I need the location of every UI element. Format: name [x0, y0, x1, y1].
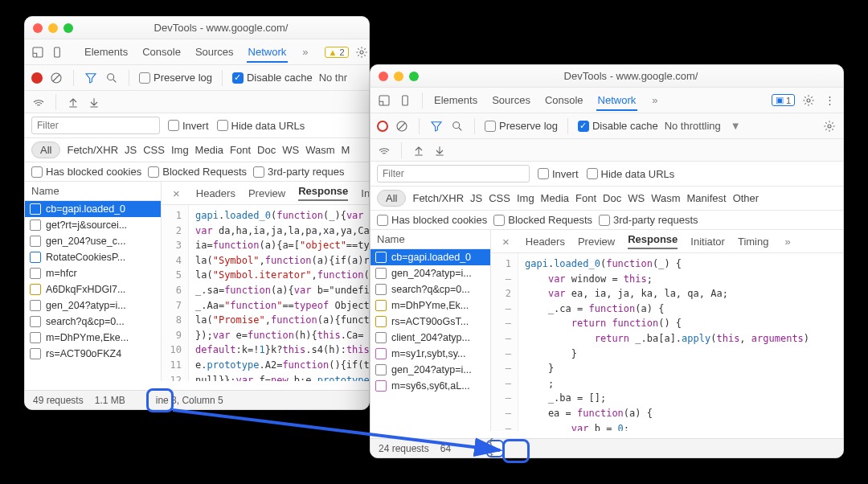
- request-row[interactable]: gen_204?atyp=i...: [25, 297, 161, 314]
- inspect-element-icon[interactable]: [31, 45, 44, 59]
- more-tabs-chevron-icon[interactable]: »: [299, 46, 311, 58]
- close-detail-icon[interactable]: ×: [499, 235, 513, 248]
- device-toggle-icon[interactable]: [51, 45, 63, 59]
- request-row[interactable]: gen_204?use_c...: [25, 233, 161, 249]
- upload-har-icon[interactable]: [411, 143, 426, 158]
- blocked-cookies-checkbox[interactable]: Has blocked cookies: [31, 166, 141, 178]
- titlebar[interactable]: DevTools - www.google.com/: [371, 65, 843, 88]
- tab-network[interactable]: Network: [247, 41, 289, 63]
- type-manifest[interactable]: M: [341, 144, 350, 156]
- preserve-log-checkbox[interactable]: Preserve log: [485, 120, 558, 132]
- record-button[interactable]: [31, 72, 43, 84]
- request-row[interactable]: rs=ACT90oGsT...: [371, 314, 490, 330]
- settings-gear-icon[interactable]: [355, 45, 368, 59]
- type-img[interactable]: Img: [171, 144, 189, 156]
- name-column-header[interactable]: Name: [377, 233, 405, 245]
- request-row[interactable]: RotateCookiesP...: [25, 249, 161, 265]
- type-doc[interactable]: Doc: [257, 144, 276, 156]
- inspect-element-icon[interactable]: [377, 93, 391, 108]
- request-row[interactable]: gen_204?atyp=i...: [371, 362, 490, 378]
- blocked-cookies-checkbox[interactable]: Has blocked cookies: [377, 214, 487, 226]
- request-row[interactable]: m=DhPYme,Eke...: [25, 330, 161, 346]
- detail-tab-initiator[interactable]: Initiator: [690, 236, 725, 248]
- filter-funnel-icon[interactable]: [429, 119, 444, 133]
- preserve-log-checkbox[interactable]: Preserve log: [139, 72, 212, 84]
- request-row[interactable]: get?rt=j&sourcei...: [25, 217, 161, 233]
- upload-har-icon[interactable]: [66, 95, 80, 109]
- type-ws[interactable]: WS: [282, 144, 299, 156]
- disable-cache-checkbox[interactable]: Disable cache: [232, 72, 313, 84]
- type-fetch[interactable]: Fetch/XHR: [412, 192, 464, 204]
- device-toggle-icon[interactable]: [398, 93, 412, 108]
- detail-tab-response[interactable]: Response: [298, 185, 348, 201]
- detail-tab-preview[interactable]: Preview: [578, 236, 615, 248]
- type-js[interactable]: JS: [125, 144, 137, 156]
- message-badge[interactable]: ▣1: [772, 94, 795, 106]
- request-row[interactable]: gen_204?atyp=i...: [371, 265, 490, 281]
- type-doc[interactable]: Doc: [603, 192, 621, 204]
- minimize-window-button[interactable]: [48, 23, 58, 33]
- minimize-window-button[interactable]: [394, 72, 403, 81]
- network-conditions-icon[interactable]: [31, 95, 46, 109]
- type-manifest[interactable]: Manifest: [686, 192, 726, 204]
- download-har-icon[interactable]: [432, 143, 447, 158]
- network-conditions-icon[interactable]: [377, 143, 391, 158]
- hide-data-urls-checkbox[interactable]: Hide data URLs: [217, 120, 305, 132]
- search-icon[interactable]: [450, 119, 465, 133]
- warning-badge[interactable]: ▲2: [325, 47, 349, 58]
- third-party-checkbox[interactable]: 3rd-party requests: [599, 214, 698, 226]
- download-har-icon[interactable]: [87, 95, 101, 109]
- detail-tab-response[interactable]: Response: [628, 233, 678, 249]
- request-row[interactable]: A6DkqFxHDGl7...: [25, 281, 161, 297]
- type-other[interactable]: Other: [733, 192, 760, 204]
- name-column-header[interactable]: Name: [31, 185, 59, 197]
- throttling-dropdown-icon[interactable]: ▼: [727, 120, 744, 132]
- request-row[interactable]: rs=ACT90oFKZ4: [25, 346, 161, 362]
- request-row[interactable]: m=sy6s,sy6t,aL...: [371, 378, 490, 394]
- tab-network[interactable]: Network: [596, 89, 638, 111]
- tab-sources[interactable]: Sources: [194, 41, 235, 63]
- response-code-view[interactable]: 1–2––––––––––– gapi.loaded_0(function(_)…: [491, 253, 843, 431]
- hide-data-urls-checkbox[interactable]: Hide data URLs: [587, 168, 675, 180]
- more-menu-icon[interactable]: ⋮: [822, 93, 837, 108]
- type-all[interactable]: All: [377, 190, 406, 207]
- request-row[interactable]: cb=gapi.loaded_0: [25, 201, 161, 217]
- filter-input[interactable]: [31, 117, 160, 134]
- more-tabs-chevron-icon[interactable]: »: [649, 94, 661, 106]
- response-code-view[interactable]: 123456789101112131415 gapi.loaded_0(func…: [162, 205, 369, 381]
- clear-icon[interactable]: [49, 71, 63, 85]
- filter-funnel-icon[interactable]: [84, 71, 98, 85]
- detail-tab-headers[interactable]: Headers: [196, 187, 235, 199]
- more-detail-tabs-icon[interactable]: »: [781, 236, 793, 248]
- disable-cache-checkbox[interactable]: Disable cache: [578, 120, 658, 132]
- tab-sources[interactable]: Sources: [490, 89, 532, 111]
- type-all[interactable]: All: [31, 142, 60, 158]
- request-row[interactable]: client_204?atyp...: [371, 330, 490, 346]
- network-settings-gear-icon[interactable]: [822, 119, 837, 133]
- record-button[interactable]: [377, 121, 388, 132]
- type-wasm[interactable]: Wasm: [305, 144, 334, 156]
- detail-tab-headers[interactable]: Headers: [526, 236, 565, 248]
- request-row[interactable]: m=hfcr: [25, 265, 161, 281]
- throttling-select[interactable]: No thr: [319, 72, 347, 84]
- pretty-print-button[interactable]: { }: [486, 440, 504, 457]
- tab-console[interactable]: Console: [141, 41, 182, 63]
- type-font[interactable]: Font: [230, 144, 251, 156]
- request-row[interactable]: cb=gapi.loaded_0: [371, 249, 490, 265]
- request-row[interactable]: m=sy1r,sybt,sy...: [371, 346, 490, 362]
- type-wasm[interactable]: Wasm: [651, 192, 680, 204]
- maximize-window-button[interactable]: [63, 23, 73, 33]
- type-css[interactable]: CSS: [143, 144, 165, 156]
- filter-input[interactable]: [377, 165, 530, 183]
- invert-checkbox[interactable]: Invert: [168, 120, 209, 132]
- search-icon[interactable]: [104, 71, 119, 85]
- tab-elements[interactable]: Elements: [432, 89, 479, 111]
- detail-tab-timing[interactable]: Timing: [738, 236, 769, 248]
- request-row[interactable]: m=DhPYme,Ek...: [371, 297, 490, 314]
- close-window-button[interactable]: [33, 23, 43, 33]
- tab-elements[interactable]: Elements: [83, 41, 129, 63]
- type-media[interactable]: Media: [195, 144, 223, 156]
- settings-gear-icon[interactable]: [801, 93, 816, 108]
- third-party-checkbox[interactable]: 3rd-party reques: [253, 166, 344, 178]
- type-ws[interactable]: WS: [628, 192, 645, 204]
